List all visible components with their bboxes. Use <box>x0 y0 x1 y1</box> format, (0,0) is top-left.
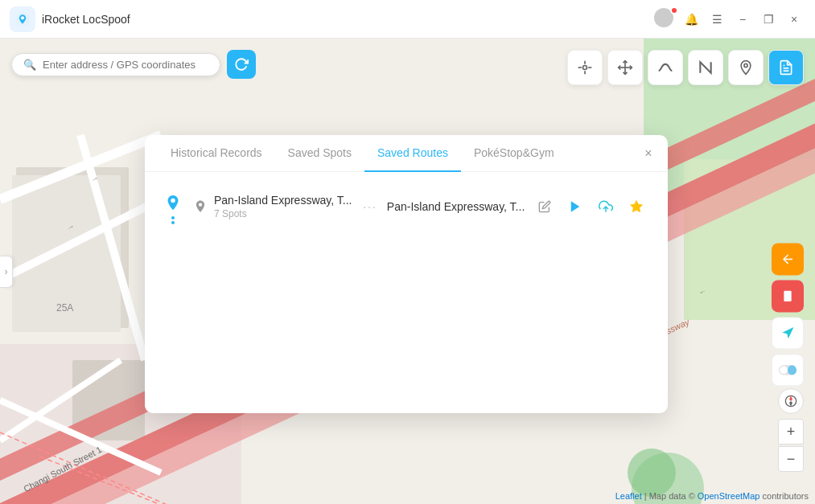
route-item: Pan-Island Expressway, T... 7 Spots ··· … <box>158 185 655 228</box>
map-toolbar <box>567 50 804 85</box>
svg-point-28 <box>583 66 587 70</box>
maximize-button[interactable]: ❐ <box>757 8 780 31</box>
svg-marker-40 <box>782 326 793 338</box>
search-input-wrap[interactable]: 🔍 <box>11 53 220 76</box>
svg-marker-51 <box>631 201 643 212</box>
svg-marker-49 <box>571 201 580 212</box>
svg-rect-8 <box>12 175 121 332</box>
tab-saved-spots[interactable]: Saved Spots <box>275 135 364 172</box>
n-route-button[interactable] <box>688 50 723 85</box>
route-names: Pan-Island Expressway, T... 7 Spots <box>214 194 353 219</box>
sidebar-toggle[interactable]: › <box>0 256 13 288</box>
osm-contributors: contributors <box>763 491 809 501</box>
search-input[interactable] <box>43 59 208 71</box>
search-icon: 🔍 <box>23 59 36 71</box>
tab-saved-routes[interactable]: Saved Routes <box>364 135 461 172</box>
search-bar: 🔍 <box>11 50 256 79</box>
start-route-button[interactable] <box>563 195 587 219</box>
map-attribution: Leaflet | Map data © OpenStreetMap contr… <box>615 491 809 501</box>
right-panel <box>772 243 804 386</box>
svg-point-47 <box>171 199 175 203</box>
bell-button[interactable]: 🔔 <box>680 8 702 31</box>
device-button[interactable] <box>772 280 804 312</box>
navigate-button[interactable] <box>772 317 804 349</box>
dialog: Historical Records Saved Spots Saved Rou… <box>145 135 668 413</box>
teleport-button[interactable] <box>728 50 764 85</box>
dialog-header: Historical Records Saved Spots Saved Rou… <box>145 135 668 172</box>
svg-rect-43 <box>788 365 796 375</box>
zoom-in-button[interactable]: + <box>778 419 804 445</box>
tab-historical-records[interactable]: Historical Records <box>158 135 275 172</box>
svg-point-27 <box>628 449 676 497</box>
toggle-button[interactable] <box>772 354 804 386</box>
user-avatar[interactable] <box>654 8 677 31</box>
titlebar-controls: 🔔 ☰ − ❐ × <box>654 8 805 31</box>
svg-point-35 <box>744 64 747 67</box>
tab-pokestop[interactable]: PokéStop&Gym <box>461 135 567 172</box>
favorite-route-button[interactable] <box>624 195 648 219</box>
route-spots: 7 Spots <box>214 208 353 219</box>
minimize-button[interactable]: − <box>731 8 754 31</box>
import-route-button[interactable] <box>594 195 618 219</box>
crosshair-button[interactable] <box>567 50 603 85</box>
route-end-icon <box>193 199 208 220</box>
svg-marker-46 <box>789 401 792 407</box>
app-title: iRocket LocSpoof <box>42 13 654 26</box>
svg-point-1 <box>21 16 24 19</box>
dialog-body: Pan-Island Expressway, T... 7 Spots ··· … <box>145 172 668 413</box>
refresh-button[interactable] <box>227 50 256 79</box>
back-route-button[interactable] <box>772 243 804 275</box>
osm-link[interactable]: OpenStreetMap <box>698 491 760 501</box>
map-container: → → → → → ← ssway Changi South Street 1 … <box>0 39 815 504</box>
close-button[interactable]: × <box>783 8 805 31</box>
route-start-icon <box>164 194 183 219</box>
route-separator: ··· <box>360 200 381 213</box>
titlebar: iRocket LocSpoof 🔔 ☰ − ❐ × <box>0 0 815 39</box>
zoom-out-button[interactable]: − <box>778 446 804 472</box>
route-start-name: Pan-Island Expressway, T... <box>214 194 353 207</box>
app-logo <box>10 6 35 32</box>
leaflet-link[interactable]: Leaflet <box>615 491 642 501</box>
saved-routes-toolbar-button[interactable] <box>768 50 804 85</box>
svg-marker-45 <box>789 395 792 401</box>
svg-point-42 <box>780 366 788 374</box>
zoom-controls: + − <box>778 388 804 472</box>
s-route-button[interactable] <box>648 50 683 85</box>
route-actions <box>533 195 648 219</box>
svg-rect-38 <box>784 290 791 301</box>
svg-point-48 <box>199 203 202 206</box>
compass-button[interactable] <box>778 388 804 414</box>
menu-button[interactable]: ☰ <box>706 8 728 31</box>
move-button[interactable] <box>607 50 643 85</box>
route-destination: Pan-Island Expressway, T... <box>387 200 526 213</box>
dialog-close-button[interactable]: × <box>639 144 658 163</box>
edit-route-button[interactable] <box>533 195 557 219</box>
